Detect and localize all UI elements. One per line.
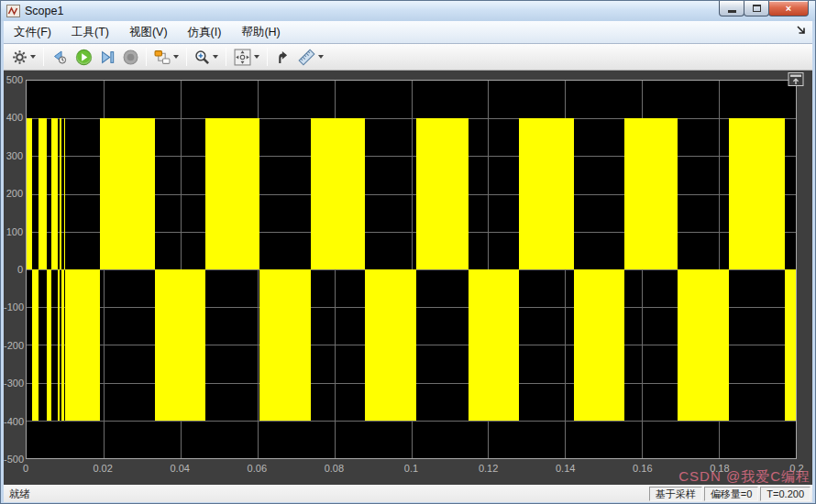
- signal-segment: [155, 269, 205, 421]
- y-tick-label: 300: [4, 150, 23, 161]
- signal-segment: [47, 269, 51, 421]
- x-tick-label: 0.08: [325, 463, 344, 474]
- status-offset: 偏移量=0: [704, 487, 759, 501]
- y-tick-label: 200: [4, 188, 23, 199]
- x-axis-labels: 00.020.040.060.080.10.120.140.160.180.2: [26, 463, 797, 477]
- signal-segment: [416, 118, 469, 269]
- status-time: T=0.200: [760, 487, 810, 501]
- signal-segment: [469, 269, 519, 421]
- axes[interactable]: [26, 80, 797, 459]
- trigger-button[interactable]: [271, 46, 294, 68]
- zoom-dropdown-caret[interactable]: [213, 55, 218, 59]
- y-tick-label: -100: [4, 301, 23, 312]
- scope-window-icon: [6, 5, 20, 17]
- title-bar[interactable]: Scope1 ×: [1, 1, 815, 21]
- settings-button[interactable]: [8, 46, 39, 68]
- stop-icon: [123, 49, 138, 65]
- gridline: [27, 421, 796, 422]
- maximize-icon: [753, 5, 761, 12]
- signal-segment: [365, 269, 415, 421]
- signal-selector-button[interactable]: [150, 46, 182, 68]
- run-button[interactable]: [72, 46, 96, 68]
- signal-segment: [729, 118, 785, 269]
- ruler-icon: [298, 49, 315, 66]
- maximize-button[interactable]: [744, 1, 769, 16]
- signal-segment: [60, 118, 61, 269]
- toolbar-separator: [267, 48, 268, 66]
- window-border: [1, 502, 815, 503]
- y-tick-label: 0: [4, 264, 23, 275]
- menu-file[interactable]: 文件(F): [4, 21, 61, 43]
- close-button[interactable]: ×: [768, 1, 809, 16]
- y-tick-label: 400: [4, 112, 23, 123]
- settings-dropdown-caret[interactable]: [30, 55, 36, 59]
- measurements-dropdown-caret[interactable]: [318, 55, 324, 59]
- signal-segment: [624, 118, 678, 269]
- dock-button[interactable]: [788, 72, 804, 86]
- toolbar-separator: [186, 48, 187, 66]
- scope-window: Scope1 × 文件(F) 工具(T) 视图(V) 仿真(I) 帮助(H): [0, 0, 816, 504]
- step-back-button[interactable]: [48, 46, 72, 68]
- minimize-button[interactable]: [719, 1, 744, 16]
- status-text: 就绪: [9, 488, 30, 501]
- menu-help[interactable]: 帮助(H): [231, 21, 290, 43]
- close-icon: ×: [786, 3, 791, 14]
- signal-segment: [27, 118, 32, 269]
- signal-segment: [678, 269, 729, 421]
- y-tick-label: -400: [4, 416, 23, 427]
- x-tick-label: 0.1: [404, 463, 418, 474]
- signal-segment: [785, 269, 796, 421]
- plot-frame: 5004003002001000-100-200-300-400-500 00.…: [4, 71, 812, 485]
- minimize-icon: [728, 10, 736, 13]
- stop-button[interactable]: [119, 46, 142, 68]
- y-tick-label: -300: [4, 378, 23, 389]
- y-tick-label: -500: [4, 454, 23, 465]
- toolbar-separator: [146, 48, 147, 66]
- menu-tools[interactable]: 工具(T): [61, 21, 119, 43]
- toolbar-separator: [43, 48, 44, 66]
- y-tick-label: 100: [4, 226, 23, 237]
- span-button[interactable]: [230, 46, 263, 68]
- step-forward-button[interactable]: [96, 46, 119, 68]
- menu-simulation[interactable]: 仿真(I): [178, 21, 232, 43]
- signal-segment: [51, 118, 58, 269]
- y-axis-labels: 5004003002001000-100-200-300-400-500: [4, 80, 23, 461]
- zoom-button[interactable]: [191, 46, 222, 68]
- span-arrows-icon: [234, 49, 251, 66]
- x-tick-label: 0.16: [633, 463, 652, 474]
- toolbar: [4, 44, 812, 71]
- span-dropdown-caret[interactable]: [254, 55, 259, 59]
- step-forward-icon: [100, 49, 116, 65]
- window-controls: ×: [720, 1, 809, 16]
- zoom-icon: [194, 49, 210, 65]
- measurements-button[interactable]: [294, 46, 327, 68]
- menu-overflow-arrow-icon[interactable]: [796, 25, 807, 36]
- gear-icon: [12, 49, 28, 65]
- trigger-arrow-icon: [275, 49, 291, 65]
- x-tick-label: 0.12: [479, 463, 498, 474]
- run-icon: [75, 49, 93, 66]
- signal-segment: [39, 118, 47, 269]
- signal-segment: [311, 118, 366, 269]
- menu-view[interactable]: 视图(V): [119, 21, 178, 43]
- window-title: Scope1: [25, 5, 63, 17]
- signal-segment: [65, 269, 100, 421]
- status-panels: 基于采样 偏移量=0 T=0.200: [649, 487, 810, 501]
- x-tick-label: 0.06: [248, 463, 267, 474]
- menu-bar: 文件(F) 工具(T) 视图(V) 仿真(I) 帮助(H): [4, 21, 812, 44]
- signal-segment: [32, 269, 39, 421]
- signal-selector-dropdown-caret[interactable]: [173, 55, 179, 59]
- x-tick-label: 0.2: [789, 463, 803, 474]
- x-tick-label: 0.18: [710, 463, 729, 474]
- signal-segment: [64, 118, 65, 269]
- signal-segment: [205, 118, 259, 269]
- y-tick-label: 500: [4, 74, 23, 85]
- signal-blocks-icon: [154, 49, 171, 65]
- x-tick-label: 0.14: [556, 463, 575, 474]
- status-sample-mode: 基于采样: [649, 487, 702, 501]
- x-tick-label: 0.04: [170, 463, 189, 474]
- toolbar-separator: [226, 48, 226, 66]
- y-tick-label: -200: [4, 340, 23, 351]
- signal-segment: [100, 118, 155, 269]
- signal-segment: [574, 269, 624, 421]
